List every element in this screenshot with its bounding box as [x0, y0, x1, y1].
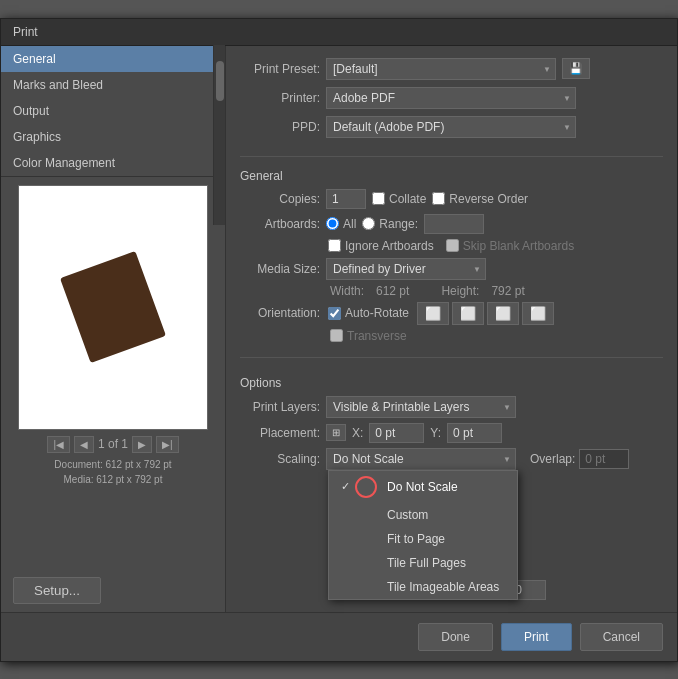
- orientation-label: Orientation:: [240, 306, 320, 320]
- reverse-order-checkbox[interactable]: [432, 192, 445, 205]
- preview-first-btn[interactable]: |◀: [47, 436, 70, 453]
- scaling-dropdown: ✓ Do Not Scale Custom Fit to Page: [328, 470, 518, 600]
- nav-item-output[interactable]: Output: [1, 98, 225, 124]
- width-label: Width:: [330, 284, 364, 298]
- transverse-checkbox[interactable]: [330, 329, 343, 342]
- ppd-row: PPD: Default (Adobe PDF): [240, 116, 663, 138]
- print-layers-select-wrap: Visible & Printable Layers: [326, 396, 516, 418]
- top-controls: Print Preset: [Default] 💾 Printer: Adobe…: [240, 58, 663, 138]
- dropdown-item-tile-full-pages[interactable]: Tile Full Pages: [329, 551, 517, 575]
- options-section: Options Print Layers: Visible & Printabl…: [240, 372, 663, 600]
- overlap-row: Overlap:: [530, 449, 629, 469]
- orient-portrait-btn[interactable]: ⬜: [417, 302, 449, 325]
- bottom-buttons: Done Print Cancel: [1, 612, 677, 661]
- print-preset-row: Print Preset: [Default] 💾: [240, 58, 663, 80]
- orientation-buttons: ⬜ ⬜ ⬜ ⬜: [417, 302, 554, 325]
- ppd-select[interactable]: Default (Adobe PDF): [326, 116, 576, 138]
- placement-icon-btn[interactable]: ⊞: [326, 424, 346, 441]
- transverse-row: Transverse: [240, 329, 663, 343]
- cancel-button[interactable]: Cancel: [580, 623, 663, 651]
- ignore-artboards-checkbox[interactable]: [328, 239, 341, 252]
- options-section-label: Options: [240, 376, 663, 390]
- orient-landscape-btn[interactable]: ⬜: [452, 302, 484, 325]
- orient-portrait-flip-btn[interactable]: ⬜: [487, 302, 519, 325]
- media-size-select[interactable]: Defined by Driver: [326, 258, 486, 280]
- preview-artwork: [60, 251, 166, 363]
- preset-save-btn[interactable]: 💾: [562, 58, 590, 79]
- all-radio[interactable]: [326, 217, 339, 230]
- auto-rotate-checkbox[interactable]: [328, 307, 341, 320]
- copies-input[interactable]: [326, 189, 366, 209]
- print-button[interactable]: Print: [501, 623, 572, 651]
- print-dialog: Print General Marks and Bleed Output Gra…: [0, 18, 678, 662]
- all-radio-label: All: [326, 217, 356, 231]
- nav-list: General Marks and Bleed Output Graphics …: [1, 46, 225, 176]
- orient-landscape-flip-btn[interactable]: ⬜: [522, 302, 554, 325]
- dropdown-item-tile-imageable[interactable]: Tile Imageable Areas: [329, 575, 517, 599]
- artboards-row: Artboards: All Range:: [240, 214, 663, 234]
- preview-area: |◀ ◀ 1 of 1 ▶ ▶| Document: 612 pt x 792 …: [1, 176, 225, 569]
- print-layers-select[interactable]: Visible & Printable Layers: [326, 396, 516, 418]
- height-value: 792 pt: [491, 284, 524, 298]
- preview-doc-info: Document: 612 pt x 792 pt Media: 612 pt …: [54, 457, 171, 487]
- skip-blank-checkbox[interactable]: [446, 239, 459, 252]
- circle-indicator: [355, 476, 377, 498]
- x-label: X:: [352, 426, 363, 440]
- printer-row: Printer: Adobe PDF: [240, 87, 663, 109]
- nav-item-color-management[interactable]: Color Management: [1, 150, 225, 176]
- auto-rotate-label: Auto-Rotate: [328, 306, 409, 320]
- left-panel: General Marks and Bleed Output Graphics …: [1, 46, 226, 612]
- print-preset-select-wrap: [Default]: [326, 58, 556, 80]
- general-section: General Copies: Collate Reverse Order: [240, 165, 663, 343]
- print-preset-select[interactable]: [Default]: [326, 58, 556, 80]
- general-section-label: General: [240, 169, 663, 183]
- preview-page: 1 of 1: [98, 437, 128, 451]
- nav-item-general[interactable]: General: [1, 46, 225, 72]
- divider-2: [240, 357, 663, 358]
- preview-next-btn[interactable]: ▶: [132, 436, 152, 453]
- printer-label: Printer:: [240, 91, 320, 105]
- dropdown-item-fit-to-page[interactable]: Fit to Page: [329, 527, 517, 551]
- reverse-order-label: Reverse Order: [432, 192, 528, 206]
- nav-scrollbar[interactable]: [213, 45, 225, 225]
- range-radio[interactable]: [362, 217, 375, 230]
- print-layers-label: Print Layers:: [240, 400, 320, 414]
- x-input[interactable]: [369, 423, 424, 443]
- preview-box: [18, 185, 208, 430]
- print-preset-label: Print Preset:: [240, 62, 320, 76]
- ignore-row: Ignore Artboards Skip Blank Artboards: [240, 239, 663, 253]
- scaling-container: Scaling: Do Not Scale Custom Fit to Page…: [240, 448, 663, 470]
- nav-item-graphics[interactable]: Graphics: [1, 124, 225, 150]
- overlap-input[interactable]: [579, 449, 629, 469]
- preview-nav: |◀ ◀ 1 of 1 ▶ ▶|: [47, 436, 178, 453]
- collate-label: Collate: [372, 192, 426, 206]
- collate-checkbox[interactable]: [372, 192, 385, 205]
- scaling-label: Scaling:: [240, 452, 320, 466]
- ppd-select-wrap: Default (Adobe PDF): [326, 116, 576, 138]
- transverse-label: Transverse: [330, 329, 407, 343]
- right-panel: Print Preset: [Default] 💾 Printer: Adobe…: [226, 46, 677, 612]
- dropdown-item-do-not-scale[interactable]: ✓ Do Not Scale: [329, 471, 517, 503]
- checkmark-icon: ✓: [341, 480, 353, 493]
- print-layers-row: Print Layers: Visible & Printable Layers: [240, 396, 663, 418]
- ignore-artboards-label: Ignore Artboards: [328, 239, 434, 253]
- preview-last-btn[interactable]: ▶|: [156, 436, 179, 453]
- scaling-select-wrap: Do Not Scale Custom Fit to Page Tile Ful…: [326, 448, 516, 470]
- preview-prev-btn[interactable]: ◀: [74, 436, 94, 453]
- skip-blank-label: Skip Blank Artboards: [446, 239, 574, 253]
- orientation-row: Orientation: Auto-Rotate ⬜ ⬜ ⬜ ⬜: [240, 302, 663, 325]
- scaling-row: Scaling: Do Not Scale Custom Fit to Page…: [240, 448, 663, 470]
- scaling-select[interactable]: Do Not Scale Custom Fit to Page Tile Ful…: [326, 448, 516, 470]
- printer-select[interactable]: Adobe PDF: [326, 87, 576, 109]
- title-bar: Print: [1, 19, 677, 46]
- nav-item-marks-bleed[interactable]: Marks and Bleed: [1, 72, 225, 98]
- setup-button[interactable]: Setup...: [13, 577, 101, 604]
- scroll-thumb: [216, 61, 224, 101]
- done-button[interactable]: Done: [418, 623, 493, 651]
- y-input[interactable]: [447, 423, 502, 443]
- media-size-label: Media Size:: [240, 262, 320, 276]
- dropdown-item-custom[interactable]: Custom: [329, 503, 517, 527]
- printer-select-wrap: Adobe PDF: [326, 87, 576, 109]
- range-input[interactable]: [424, 214, 484, 234]
- divider-1: [240, 156, 663, 157]
